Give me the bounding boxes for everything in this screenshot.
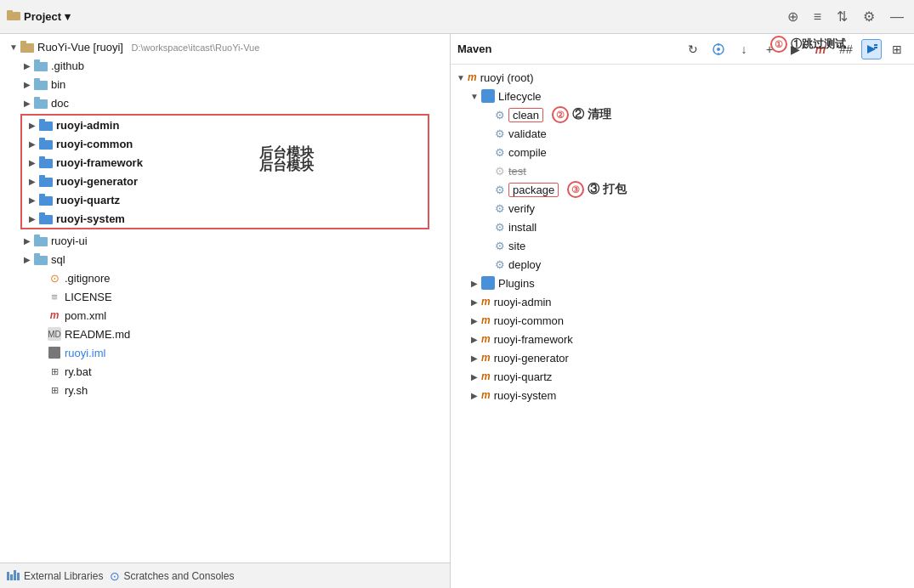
package-gear-icon: ⚙ — [495, 184, 505, 196]
project-dropdown-icon[interactable]: ▾ — [65, 10, 71, 23]
tree-item-pomxml[interactable]: m pom.xml — [0, 306, 450, 325]
left-panel: RuoYi-Vue [ruoyi] D:\workspace\itcast\Ru… — [0, 34, 451, 588]
maven-module-generator[interactable]: m ruoyi-generator — [451, 348, 914, 367]
tree-item-ruoyi-quartz[interactable]: ruoyi-quartz — [22, 190, 428, 209]
github-label: .github — [51, 59, 84, 72]
svg-rect-5 — [34, 59, 40, 63]
maven-lifecycle[interactable]: Lifecycle — [451, 87, 914, 105]
maven-package[interactable]: ⚙ package ③ ③ 打包 — [451, 180, 914, 199]
svg-rect-40 — [484, 281, 492, 287]
maven-clean[interactable]: ⚙ clean ② ② 清理 — [451, 105, 914, 124]
m-quartz-icon: m — [481, 370, 491, 382]
tree-item-gitignore[interactable]: ⊙ .gitignore — [0, 269, 450, 287]
sql-label: sql — [51, 253, 65, 266]
github-folder-icon — [34, 59, 48, 72]
m-framework-arrow — [468, 332, 481, 346]
bat-file-icon: ⊞ — [48, 365, 61, 378]
common-arrow — [26, 137, 39, 150]
plugins-icon — [481, 276, 495, 290]
maven-root[interactable]: m ruoyi (root) — [451, 68, 914, 87]
minimize-btn[interactable]: — — [887, 8, 907, 26]
maven-module-framework[interactable]: m ruoyi-framework — [451, 330, 914, 348]
clean-label-box: clean — [508, 108, 543, 122]
svg-rect-13 — [39, 138, 45, 141]
generator-label: ruoyi-generator — [56, 175, 138, 188]
tree-item-ruoyi-framework[interactable]: ruoyi-framework — [22, 153, 428, 172]
common-label: ruoyi-common — [56, 138, 133, 150]
tree-item-ruoyi-generator[interactable]: ruoyi-generator — [22, 172, 428, 190]
lifecycle-label: Lifecycle — [498, 90, 542, 103]
add-content-btn[interactable]: ⊕ — [784, 7, 802, 26]
sh-file-icon: ⊞ — [48, 383, 61, 397]
test-label: test — [508, 165, 526, 178]
install-gear-icon: ⚙ — [495, 221, 505, 234]
bin-folder-icon — [34, 77, 48, 91]
module-highlight-box: ruoyi-admin ruoyi-common — [20, 114, 429, 229]
maven-compile[interactable]: ⚙ compile — [451, 143, 914, 161]
package-label: package — [513, 184, 554, 196]
sh-label: ry.sh — [65, 384, 88, 397]
maven-site[interactable]: ⚙ site — [451, 236, 914, 255]
scratches-item[interactable]: ⊙ Scratches and Consoles — [110, 569, 234, 583]
maven-module-quartz[interactable]: m ruoyi-quartz — [451, 367, 914, 386]
tree-item-ry-sh[interactable]: ⊞ ry.sh — [0, 381, 450, 399]
tree-item-ruoyi-iml[interactable]: ruoyi.iml — [0, 343, 450, 362]
external-libraries-item[interactable]: External Libraries — [7, 568, 103, 583]
svg-rect-1 — [7, 10, 13, 14]
m-quartz-arrow — [468, 370, 481, 383]
svg-rect-12 — [39, 140, 53, 150]
svg-rect-26 — [48, 347, 60, 359]
maven-verify[interactable]: ⚙ verify — [451, 199, 914, 218]
tree-item-bin[interactable]: bin — [0, 75, 450, 93]
maven-download-btn[interactable]: ↓ — [734, 39, 754, 59]
site-gear-icon: ⚙ — [495, 240, 505, 252]
tree-item-ruoyi-admin[interactable]: ruoyi-admin — [22, 116, 428, 134]
tree-item-ruoyi-system[interactable]: ruoyi-system — [22, 209, 428, 228]
tree-item-github[interactable]: .github — [0, 56, 450, 75]
svg-rect-7 — [34, 78, 40, 82]
doc-folder-icon — [34, 96, 48, 110]
bat-label: ry.bat — [65, 365, 92, 378]
maven-install[interactable]: ⚙ install — [451, 218, 914, 236]
license-file-icon: ≡ — [48, 290, 61, 303]
sql-arrow — [20, 252, 34, 266]
collapse-all-btn[interactable]: ≡ — [810, 8, 825, 26]
m-generator-label: ruoyi-generator — [494, 352, 569, 365]
tree-item-doc[interactable]: doc — [0, 93, 450, 112]
right-panel: ① ①跳过测试 Maven ↻ ↓ — [451, 34, 914, 588]
m-admin-label: ruoyi-admin — [494, 296, 552, 308]
tree-item-readme[interactable]: MD README.md — [0, 325, 450, 343]
maven-profiles-btn[interactable]: ⊞ — [887, 39, 907, 59]
clean-gear-icon: ⚙ — [495, 109, 505, 122]
svg-rect-30 — [17, 573, 20, 580]
maven-refresh-btn[interactable]: ↻ — [683, 39, 703, 59]
tree-root[interactable]: RuoYi-Vue [ruoyi] D:\workspace\itcast\Ru… — [0, 37, 450, 56]
sort-btn[interactable]: ⇅ — [833, 7, 851, 26]
iml-file-icon — [48, 346, 61, 359]
maven-test[interactable]: ⚙ test — [451, 161, 914, 180]
tree-item-ruoyi-ui[interactable]: ruoyi-ui — [0, 231, 450, 250]
m-system-icon: m — [481, 389, 491, 401]
quartz-folder-icon — [39, 193, 53, 206]
settings-btn[interactable]: ⚙ — [860, 7, 878, 26]
project-folder-icon — [7, 8, 20, 25]
m-common-icon: m — [481, 314, 491, 326]
tree-item-ry-bat[interactable]: ⊞ ry.bat — [0, 362, 450, 381]
maven-root-label: ruoyi (root) — [480, 71, 534, 84]
maven-plugins[interactable]: Plugins — [451, 274, 914, 292]
tree-item-sql[interactable]: sql — [0, 250, 450, 269]
maven-module-system[interactable]: m ruoyi-system — [451, 386, 914, 404]
license-label: LICENSE — [65, 291, 112, 303]
maven-module-common[interactable]: m ruoyi-common — [451, 311, 914, 330]
maven-deploy[interactable]: ⚙ deploy — [451, 255, 914, 274]
maven-module-admin[interactable]: m ruoyi-admin — [451, 292, 914, 311]
root-arrow — [7, 40, 20, 54]
maven-generate-btn[interactable] — [708, 39, 729, 59]
m-system-arrow — [468, 388, 481, 402]
github-arrow — [20, 59, 34, 72]
maven-validate[interactable]: ⚙ validate — [451, 124, 914, 143]
pom-label: pom.xml — [65, 309, 106, 322]
maven-skip-tests-btn[interactable] — [861, 39, 882, 59]
tree-item-license[interactable]: ≡ LICENSE — [0, 287, 450, 306]
tree-item-ruoyi-common[interactable]: ruoyi-common — [22, 134, 428, 153]
